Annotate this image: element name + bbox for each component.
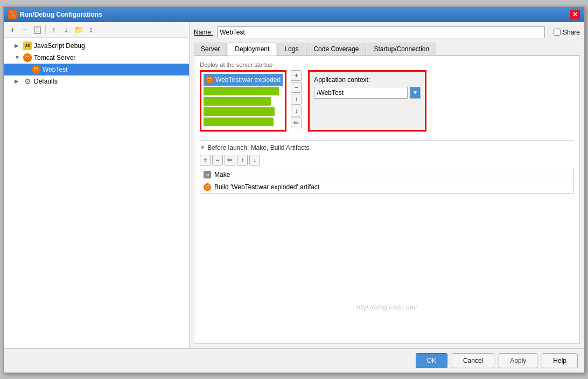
build-label: Build 'WebTest:war exploded' artifact <box>214 183 319 191</box>
share-checkbox[interactable] <box>554 29 561 36</box>
deploy-label: Deploy at the server startup <box>200 61 574 68</box>
close-button[interactable]: ✕ <box>570 10 580 19</box>
add-config-button[interactable]: + <box>7 24 18 35</box>
titlebar: 🔧 Run/Debug Configurations ✕ <box>4 7 584 22</box>
tomcat-icon: 🐱 <box>23 53 32 62</box>
tree-arrow-tomcat: ▼ <box>15 54 21 60</box>
launch-add-button[interactable]: + <box>200 155 211 166</box>
cancel-button[interactable]: Cancel <box>452 353 494 368</box>
before-launch-items: M Make 🐱 Build 'WebTest:war exploded' ar… <box>200 169 574 194</box>
deploy-section: 🐱 WebTest:war exploded <box>200 70 574 132</box>
webtest-label: WebTest <box>43 66 67 73</box>
sidebar-tree: ▶ JS JavaScript Debug ▼ 🐱 Tomcat Server … <box>4 38 189 348</box>
green-bar-1 <box>204 87 279 95</box>
sidebar-item-webtest[interactable]: 🐱 WebTest <box>4 64 189 75</box>
before-launch: ▼ Before launch: Make, Build Artifacts +… <box>200 140 574 194</box>
tab-code-coverage[interactable]: Code Coverage <box>306 43 366 55</box>
defaults-icon: ⚙ <box>23 77 32 86</box>
window-title: Run/Debug Configurations <box>20 11 102 18</box>
green-bar-2 <box>204 97 271 106</box>
launch-item-build[interactable]: 🐱 Build 'WebTest:war exploded' artifact <box>200 181 573 193</box>
window-icon: 🔧 <box>8 10 17 19</box>
build-icon: 🐱 <box>204 183 211 191</box>
artifact-section: 🐱 WebTest:war exploded <box>200 70 302 132</box>
tab-server[interactable]: Server <box>194 43 227 55</box>
folder-button[interactable]: 📁 <box>73 24 84 35</box>
artifact-down-button[interactable]: ↓ <box>291 106 302 116</box>
tab-logs[interactable]: Logs <box>277 43 305 55</box>
defaults-label: Defaults <box>34 78 58 85</box>
sidebar-item-js-debug[interactable]: ▶ JS JavaScript Debug <box>4 40 189 52</box>
tree-arrow-webtest <box>23 66 30 72</box>
help-button[interactable]: Help <box>542 353 578 368</box>
tab-deployment[interactable]: Deployment <box>228 43 276 56</box>
artifact-edit-button[interactable]: ✏ <box>291 118 302 128</box>
tree-arrow-defaults: ▶ <box>15 78 21 84</box>
before-launch-header: ▼ Before launch: Make, Build Artifacts <box>200 144 574 151</box>
tabs-row: Server Deployment Logs Code Coverage Sta… <box>194 43 580 56</box>
move-up-button[interactable]: ↑ <box>48 24 59 35</box>
remove-config-button[interactable]: − <box>19 24 30 35</box>
artifact-remove-button[interactable]: − <box>291 82 302 93</box>
tab-content: Deploy at the server startup 🐱 WebTest:w… <box>194 56 580 344</box>
app-context-input[interactable] <box>314 87 408 99</box>
share-row: Share <box>554 29 580 36</box>
name-row: Name: Share <box>194 26 580 38</box>
launch-edit-button[interactable]: ✏ <box>225 155 235 166</box>
bottom-bar: OK Cancel Apply Help <box>4 348 584 373</box>
move-down-button[interactable]: ↓ <box>61 24 72 35</box>
green-bars <box>204 87 283 126</box>
app-context-label-row: Application context: <box>314 76 421 84</box>
before-launch-toolbar: + − ✏ ↑ ↓ <box>200 155 574 166</box>
run-debug-window: 🔧 Run/Debug Configurations ✕ + − 📋 ↑ ↓ 📁… <box>3 6 585 373</box>
artifact-side-buttons: + − ↑ ↓ ✏ <box>291 70 302 128</box>
make-label: Make <box>214 171 230 178</box>
titlebar-left: 🔧 Run/Debug Configurations <box>8 10 102 19</box>
before-launch-arrow-icon: ▼ <box>200 144 205 150</box>
green-bar-4 <box>204 118 274 126</box>
watermark: http://blog.csdn.net/ <box>356 303 417 311</box>
green-bar-3 <box>204 107 275 116</box>
launch-item-make[interactable]: M Make <box>200 169 573 181</box>
artifact-item[interactable]: 🐱 WebTest:war exploded <box>204 74 283 86</box>
sidebar-item-defaults[interactable]: ▶ ⚙ Defaults <box>4 75 189 87</box>
tree-arrow-js-debug: ▶ <box>15 43 21 49</box>
sort-button[interactable]: ↕ <box>86 24 96 35</box>
artifact-add-button[interactable]: + <box>291 70 302 81</box>
artifact-name: WebTest:war exploded <box>215 76 281 84</box>
sidebar-toolbar: + − 📋 ↑ ↓ 📁 ↕ <box>4 22 189 38</box>
main-content: + − 📋 ↑ ↓ 📁 ↕ ▶ JS JavaScript Debug ▼ <box>4 22 584 348</box>
copy-config-button[interactable]: 📋 <box>32 24 43 35</box>
launch-remove-button[interactable]: − <box>212 155 223 166</box>
artifact-panel: 🐱 WebTest:war exploded <box>200 70 286 132</box>
app-context-label: Application context: <box>314 76 370 84</box>
js-debug-icon: JS <box>23 42 32 50</box>
app-context-panel: Application context: ▼ <box>308 70 426 132</box>
apply-button[interactable]: Apply <box>499 353 537 368</box>
webtest-icon: 🐱 <box>32 65 40 74</box>
right-panel: Name: Share Server Deployment Logs Code … <box>190 22 584 348</box>
name-input[interactable] <box>217 26 545 38</box>
ok-button[interactable]: OK <box>416 353 447 368</box>
make-icon: M <box>204 171 211 178</box>
artifact-icon: 🐱 <box>206 76 213 84</box>
sidebar-item-tomcat[interactable]: ▼ 🐱 Tomcat Server <box>4 52 189 64</box>
app-context-input-row: ▼ <box>314 87 421 99</box>
tab-startup-connection[interactable]: Startup/Connection <box>367 43 436 55</box>
app-context-dropdown[interactable]: ▼ <box>410 87 421 99</box>
tomcat-label: Tomcat Server <box>34 54 75 61</box>
name-label: Name: <box>194 29 213 36</box>
launch-up-button[interactable]: ↑ <box>237 155 248 166</box>
before-launch-title: Before launch: Make, Build Artifacts <box>207 144 309 151</box>
js-debug-label: JavaScript Debug <box>34 42 85 50</box>
separator-1 <box>45 25 46 34</box>
share-label: Share <box>563 29 580 36</box>
artifact-up-button[interactable]: ↑ <box>291 94 302 105</box>
sidebar: + − 📋 ↑ ↓ 📁 ↕ ▶ JS JavaScript Debug ▼ <box>4 22 190 348</box>
launch-down-button[interactable]: ↓ <box>249 155 260 166</box>
